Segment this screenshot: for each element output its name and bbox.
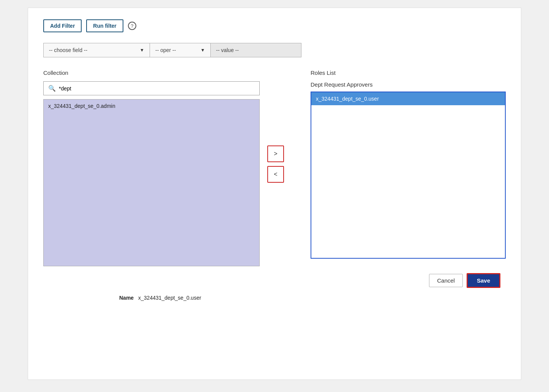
content-area: Collection 🔍 x_324431_dept_se_0.admin > …	[43, 70, 506, 266]
roles-sub-label: Dept Request Approvers	[311, 81, 506, 88]
search-box[interactable]: 🔍	[43, 81, 260, 95]
remove-from-roles-button[interactable]: <	[267, 166, 284, 183]
roles-panel: Roles List Dept Request Approvers x_3244…	[292, 70, 506, 259]
oper-select[interactable]: -- oper -- ▼	[150, 43, 210, 57]
toolbar: Add Filter Run filter ?	[43, 19, 506, 32]
add-to-roles-button[interactable]: >	[267, 145, 284, 162]
collection-label: Collection	[43, 70, 260, 76]
field-dropdown-arrow: ▼	[140, 47, 144, 53]
name-row: Name x_324431_dept_se_0.user	[43, 295, 506, 301]
oper-select-text: -- oper --	[155, 47, 200, 53]
main-container: Add Filter Run filter ? -- choose field …	[28, 8, 521, 380]
search-icon: 🔍	[48, 85, 56, 92]
help-icon[interactable]: ?	[128, 22, 136, 30]
roles-list-item-selected[interactable]: x_324431_dept_se_0.user	[311, 92, 505, 105]
collection-panel: Collection 🔍 x_324431_dept_se_0.admin	[43, 70, 260, 266]
name-value: x_324431_dept_se_0.user	[138, 295, 201, 301]
filter-row: -- choose field -- ▼ -- oper -- ▼ -- val…	[43, 43, 506, 57]
add-filter-button[interactable]: Add Filter	[43, 19, 82, 32]
value-field-text: -- value --	[216, 47, 239, 53]
field-select-text: -- choose field --	[49, 47, 140, 53]
save-button[interactable]: Save	[467, 273, 500, 288]
name-label: Name	[119, 295, 134, 301]
list-item[interactable]: x_324431_dept_se_0.admin	[44, 100, 259, 112]
cancel-button[interactable]: Cancel	[429, 274, 463, 287]
transfer-buttons: > <	[260, 70, 292, 183]
value-field: -- value --	[210, 43, 301, 57]
collection-search-input[interactable]	[59, 85, 255, 92]
collection-list[interactable]: x_324431_dept_se_0.admin	[43, 99, 260, 266]
oper-dropdown-arrow: ▼	[200, 47, 205, 53]
roles-list[interactable]: x_324431_dept_se_0.user	[311, 92, 506, 259]
run-filter-button[interactable]: Run filter	[86, 19, 123, 32]
roles-panel-label: Roles List	[311, 70, 506, 76]
field-select[interactable]: -- choose field -- ▼	[43, 43, 150, 57]
